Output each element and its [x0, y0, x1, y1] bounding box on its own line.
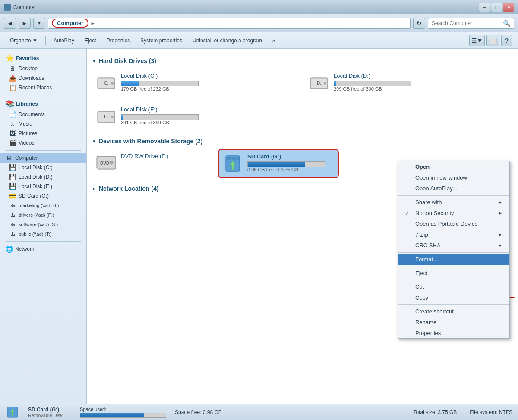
ctx-portable-device[interactable]: Open as Portable Device	[398, 218, 509, 229]
ctx-eject[interactable]: Eject	[398, 268, 509, 278]
context-menu: Open Open in new window Open AutoPlay...…	[398, 161, 510, 339]
sidebar-item-c[interactable]: 💾 Local Disk (C:)	[0, 163, 86, 172]
addressbar: ◄ ► ▼ Computer ► ↻ 🔍	[0, 14, 518, 32]
sidebar-item-e[interactable]: 💾 Local Disk (E:)	[0, 182, 86, 191]
hard-disk-drives-grid: C: Local Disk (C:) 179 GB free of 232 GB	[92, 69, 512, 131]
toolbar: Organize ▼ AutoPlay Eject Properties Sys…	[0, 32, 518, 49]
norton-check-icon: ✓	[405, 210, 412, 216]
norton-arrow-icon: ►	[498, 211, 502, 215]
statusbar-drive-sub: Removable Disk	[28, 413, 63, 418]
svg-point-15	[110, 161, 113, 164]
ctx-create-shortcut[interactable]: Create shortcut	[398, 306, 509, 317]
ctx-open-autoplay[interactable]: Open AutoPlay...	[398, 183, 509, 194]
svg-text:E:: E:	[104, 114, 108, 119]
drive-label-e: Local Disk (E:)	[121, 106, 296, 113]
sidebar-item-downloads[interactable]: 📥 Downloads	[0, 73, 86, 83]
search-input[interactable]	[432, 20, 501, 26]
address-arrow: ►	[90, 21, 95, 26]
help-button[interactable]: ?	[501, 35, 512, 46]
sidebar-item-pictures[interactable]: 🖼 Pictures	[0, 129, 86, 138]
drive-bar-d	[334, 81, 336, 86]
properties-button[interactable]: Properties	[102, 36, 135, 45]
svg-point-10	[111, 116, 114, 118]
ctx-norton-security[interactable]: ✓ Norton Security ►	[398, 208, 509, 218]
ctx-open-new-window[interactable]: Open in new window	[398, 172, 509, 183]
explorer-window: Computer ─ □ ✕ ◄ ► ▼ Computer ► ↻ 🔍 Orga…	[0, 0, 518, 420]
drive-item-f[interactable]: DVD DVD RW Drive (F:)	[92, 149, 213, 178]
view-options-button[interactable]: ☰▼	[469, 35, 485, 46]
ctx-crc-sha[interactable]: CRC SHA ►	[398, 240, 509, 251]
drive-info-c: Local Disk (C:) 179 GB free of 232 GB	[121, 73, 296, 92]
share-with-arrow-icon: ►	[498, 200, 502, 205]
sidebar-item-g[interactable]: 💳 SD Card (G:)	[0, 191, 86, 201]
window-icon	[4, 4, 11, 11]
7zip-arrow-icon: ►	[498, 232, 502, 237]
drive-icon-d: D:	[309, 73, 329, 93]
uninstall-button[interactable]: Uninstall or change a program	[188, 36, 266, 45]
sidebar: ⭐ Favorites 🖥 Desktop 📥 Downloads 📋 Rece…	[0, 49, 87, 404]
search-icon: 🔍	[503, 20, 510, 27]
sidebar-item-computer[interactable]: 🖥 Computer	[0, 153, 86, 163]
system-properties-button[interactable]: System properties	[136, 36, 186, 45]
ctx-sep-3	[398, 266, 509, 266]
autoplay-button[interactable]: AutoPlay	[49, 36, 79, 45]
eject-button[interactable]: Eject	[80, 36, 101, 45]
ctx-rename[interactable]: Rename	[398, 317, 509, 328]
sd-card-icon: 💳	[9, 193, 16, 199]
maximize-button[interactable]: □	[491, 3, 502, 12]
minimize-button[interactable]: ─	[479, 3, 490, 12]
sidebar-item-desktop[interactable]: 🖥 Desktop	[0, 64, 86, 73]
drive-item-c[interactable]: C: Local Disk (C:) 179 GB free of 232 GB	[92, 69, 300, 97]
ctx-format[interactable]: Format...	[398, 254, 509, 265]
sidebar-item-i[interactable]: 🖧 marketing (\\ad) (I:)	[0, 201, 86, 210]
ctx-copy[interactable]: Copy	[398, 292, 509, 303]
sidebar-item-videos[interactable]: 🎬 Videos	[0, 138, 86, 148]
recent-button[interactable]: ▼	[33, 18, 45, 29]
ctx-open[interactable]: Open	[398, 161, 509, 172]
hard-disk-drives-section-header: ▼ Hard Disk Drives (3)	[92, 57, 512, 64]
sidebar-item-recent-places[interactable]: 📋 Recent Places	[0, 83, 86, 92]
sidebar-item-p[interactable]: 🖧 drivers (\\ad) (P:)	[0, 210, 86, 220]
drive-item-g[interactable]: SD Card (G:) 0.98 GB free of 3.75 GB	[218, 149, 339, 178]
close-button[interactable]: ✕	[503, 3, 514, 12]
drive-item-d[interactable]: D: Local Disk (D:) 299 GB free of 300 GB	[305, 69, 512, 97]
statusbar-space-bar	[80, 413, 166, 418]
local-disk-e-icon: 💾	[9, 183, 16, 190]
removable-header: Devices with Removable Storage (2)	[99, 138, 202, 145]
sidebar-item-t[interactable]: 🖧 public (\\ad) (T:)	[0, 229, 86, 239]
toolbar-right: ☰▼ ⬜ ?	[469, 35, 512, 46]
more-button[interactable]: »	[268, 36, 280, 45]
drive-label-c: Local Disk (C:)	[121, 73, 296, 79]
sidebar-item-music[interactable]: ♫ Music	[0, 119, 86, 129]
svg-text:C:: C:	[104, 81, 108, 85]
network-triangle-icon: ►	[92, 186, 96, 191]
local-disk-c-icon: 💾	[9, 164, 16, 171]
crc-sha-arrow-icon: ►	[498, 243, 502, 248]
drive-info-e: Local Disk (E:) 391 GB free of 399 GB	[121, 106, 296, 125]
back-button[interactable]: ◄	[4, 18, 16, 29]
statusbar-drive-info: SD Card (G:) Removable Disk	[28, 407, 63, 418]
organize-button[interactable]: Organize ▼	[6, 36, 42, 45]
pane-button[interactable]: ⬜	[486, 35, 499, 46]
statusbar-space-info: Space used:	[80, 407, 166, 418]
ctx-sep-2	[398, 252, 509, 253]
sidebar-item-d[interactable]: 💾 Local Disk (D:)	[0, 172, 86, 182]
sidebar-item-documents[interactable]: 📄 Documents	[0, 110, 86, 119]
ctx-7zip[interactable]: 7-Zip ►	[398, 229, 509, 240]
drive-item-e[interactable]: E: Local Disk (E:) 391 GB free of 399 GB	[92, 102, 300, 131]
ctx-properties[interactable]: Properties	[398, 328, 509, 338]
network-drive-s-icon: 🖧	[9, 221, 16, 228]
network-section: 🌐 Network	[0, 244, 86, 254]
ctx-share-with[interactable]: Share with ►	[398, 197, 509, 208]
drive-progress-d	[334, 81, 411, 86]
desktop-icon: 🖥	[9, 65, 16, 72]
refresh-button[interactable]: ↻	[413, 18, 425, 29]
ctx-cut[interactable]: Cut	[398, 281, 509, 292]
drive-label-d: Local Disk (D:)	[334, 73, 509, 79]
address-bar[interactable]: Computer ►	[48, 18, 411, 29]
search-box[interactable]: 🔍	[428, 18, 514, 29]
forward-button[interactable]: ►	[19, 18, 31, 29]
address-path: Computer	[52, 19, 88, 28]
sidebar-item-network[interactable]: 🌐 Network	[0, 244, 86, 254]
sidebar-item-s[interactable]: 🖧 software (\\ad) (S:)	[0, 220, 86, 229]
